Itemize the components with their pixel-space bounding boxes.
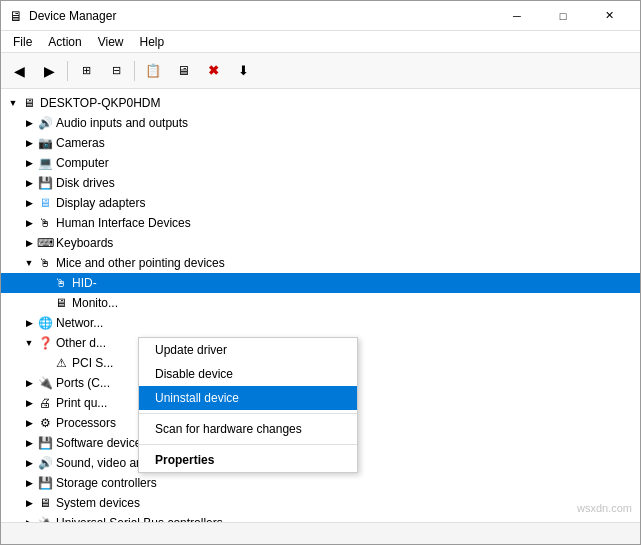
display-expand-icon: ▶ bbox=[21, 195, 37, 211]
tree-item-diskdrives[interactable]: ▶ 💾 Disk drives bbox=[1, 173, 640, 193]
usb-icon: 🔌 bbox=[37, 515, 53, 522]
ctx-uninstall-device[interactable]: Uninstall device bbox=[139, 386, 357, 410]
usb-expand-icon: ▶ bbox=[21, 515, 37, 522]
display-icon: 🖥 bbox=[37, 195, 53, 211]
tree-item-audio[interactable]: ▶ 🔊 Audio inputs and outputs bbox=[1, 113, 640, 133]
hid-label: Human Interface Devices bbox=[56, 216, 191, 230]
sound-icon: 🔊 bbox=[37, 455, 53, 471]
hid-expand-icon: ▶ bbox=[21, 215, 37, 231]
processors-expand-icon: ▶ bbox=[21, 415, 37, 431]
uninstall-toolbar[interactable]: 🖥 bbox=[169, 57, 197, 85]
tree-item-system[interactable]: ▶ 🖥 System devices bbox=[1, 493, 640, 513]
device-manager-window: 🖥 Device Manager ─ □ ✕ File Action View … bbox=[0, 0, 641, 545]
tree-item-storage[interactable]: ▶ 💾 Storage controllers bbox=[1, 473, 640, 493]
usb-label: Universal Serial Bus controllers bbox=[56, 516, 223, 522]
tree-item-computer[interactable]: ▶ 💻 Computer bbox=[1, 153, 640, 173]
menu-file[interactable]: File bbox=[5, 33, 40, 51]
cameras-icon: 📷 bbox=[37, 135, 53, 151]
audio-label: Audio inputs and outputs bbox=[56, 116, 188, 130]
tree-item-keyboards[interactable]: ▶ ⌨ Keyboards bbox=[1, 233, 640, 253]
tree-item-hid-compliant[interactable]: 🖱 HID- bbox=[1, 273, 640, 293]
storage-label: Storage controllers bbox=[56, 476, 157, 490]
other-label: Other d... bbox=[56, 336, 106, 350]
title-bar: 🖥 Device Manager ─ □ ✕ bbox=[1, 1, 640, 31]
ctx-sep-1 bbox=[139, 413, 357, 414]
hid-compliant-icon: 🖱 bbox=[53, 275, 69, 291]
tree-item-monitor[interactable]: 🖥 Monito... bbox=[1, 293, 640, 313]
ctx-disable-device[interactable]: Disable device bbox=[139, 362, 357, 386]
keyboards-icon: ⌨ bbox=[37, 235, 53, 251]
tree-item-usb[interactable]: ▶ 🔌 Universal Serial Bus controllers bbox=[1, 513, 640, 522]
diskdrives-icon: 💾 bbox=[37, 175, 53, 191]
back-button[interactable]: ◀ bbox=[5, 57, 33, 85]
update-driver-toolbar2[interactable]: ⬇ bbox=[229, 57, 257, 85]
tree-item-network[interactable]: ▶ 🌐 Networ... bbox=[1, 313, 640, 333]
toolbar-sep-1 bbox=[67, 61, 68, 81]
audio-icon: 🔊 bbox=[37, 115, 53, 131]
update-driver-toolbar[interactable]: 📋 bbox=[139, 57, 167, 85]
computer-icon: 💻 bbox=[37, 155, 53, 171]
keyboards-expand-icon: ▶ bbox=[21, 235, 37, 251]
sound-expand-icon: ▶ bbox=[21, 455, 37, 471]
menu-help[interactable]: Help bbox=[132, 33, 173, 51]
window-title: Device Manager bbox=[29, 9, 116, 23]
cameras-expand-icon: ▶ bbox=[21, 135, 37, 151]
ports-icon: 🔌 bbox=[37, 375, 53, 391]
pci-icon: ⚠ bbox=[53, 355, 69, 371]
ctx-update-driver[interactable]: Update driver bbox=[139, 338, 357, 362]
tree-item-mice[interactable]: ▼ 🖱 Mice and other pointing devices bbox=[1, 253, 640, 273]
root-label: DESKTOP-QKP0HDM bbox=[40, 96, 160, 110]
ctx-properties[interactable]: Properties bbox=[139, 448, 357, 472]
ports-label: Ports (C... bbox=[56, 376, 110, 390]
network-expand-icon: ▶ bbox=[21, 315, 37, 331]
other-icon: ❓ bbox=[37, 335, 53, 351]
monitor-icon: 🖥 bbox=[53, 295, 69, 311]
forward-button[interactable]: ▶ bbox=[35, 57, 63, 85]
hid-compliant-label: HID- bbox=[72, 276, 97, 290]
hid-icon: 🖱 bbox=[37, 215, 53, 231]
computer-label: Computer bbox=[56, 156, 109, 170]
close-button[interactable]: ✕ bbox=[586, 1, 632, 31]
show-hide-button[interactable]: ⊞ bbox=[72, 57, 100, 85]
software-expand-icon: ▶ bbox=[21, 435, 37, 451]
monitor-label: Monito... bbox=[72, 296, 118, 310]
software-icon: 💾 bbox=[37, 435, 53, 451]
ports-expand-icon: ▶ bbox=[21, 375, 37, 391]
diskdrives-expand-icon: ▶ bbox=[21, 175, 37, 191]
storage-icon: 💾 bbox=[37, 475, 53, 491]
printqueues-expand-icon: ▶ bbox=[21, 395, 37, 411]
tree-item-display[interactable]: ▶ 🖥 Display adapters bbox=[1, 193, 640, 213]
menu-action[interactable]: Action bbox=[40, 33, 89, 51]
tree-item-cameras[interactable]: ▶ 📷 Cameras bbox=[1, 133, 640, 153]
root-expand-icon: ▼ bbox=[5, 95, 21, 111]
maximize-button[interactable]: □ bbox=[540, 1, 586, 31]
context-menu: Update driver Disable device Uninstall d… bbox=[138, 337, 358, 473]
tree-root[interactable]: ▼ 🖥 DESKTOP-QKP0HDM bbox=[1, 93, 640, 113]
menu-bar: File Action View Help bbox=[1, 31, 640, 53]
printqueues-icon: 🖨 bbox=[37, 395, 53, 411]
toolbar: ◀ ▶ ⊞ ⊟ 📋 🖥 ✖ ⬇ bbox=[1, 53, 640, 89]
mice-icon: 🖱 bbox=[37, 255, 53, 271]
network-label: Networ... bbox=[56, 316, 103, 330]
diskdrives-label: Disk drives bbox=[56, 176, 115, 190]
monitor-expand-icon bbox=[37, 295, 53, 311]
mice-expand-icon: ▼ bbox=[21, 255, 37, 271]
pci-expand-icon bbox=[37, 355, 53, 371]
mice-label: Mice and other pointing devices bbox=[56, 256, 225, 270]
window-icon: 🖥 bbox=[9, 8, 23, 24]
status-bar bbox=[1, 522, 640, 544]
tree-item-hid[interactable]: ▶ 🖱 Human Interface Devices bbox=[1, 213, 640, 233]
ctx-scan-changes[interactable]: Scan for hardware changes bbox=[139, 417, 357, 441]
hid-compliant-expand-icon bbox=[37, 275, 53, 291]
network-icon: 🌐 bbox=[37, 315, 53, 331]
content-area: ▼ 🖥 DESKTOP-QKP0HDM ▶ 🔊 Audio inputs and… bbox=[1, 89, 640, 522]
minimize-button[interactable]: ─ bbox=[494, 1, 540, 31]
printqueues-label: Print qu... bbox=[56, 396, 107, 410]
audio-expand-icon: ▶ bbox=[21, 115, 37, 131]
device-view-button[interactable]: ⊟ bbox=[102, 57, 130, 85]
display-label: Display adapters bbox=[56, 196, 145, 210]
menu-view[interactable]: View bbox=[90, 33, 132, 51]
other-expand-icon: ▼ bbox=[21, 335, 37, 351]
scan-changes-toolbar[interactable]: ✖ bbox=[199, 57, 227, 85]
storage-expand-icon: ▶ bbox=[21, 475, 37, 491]
